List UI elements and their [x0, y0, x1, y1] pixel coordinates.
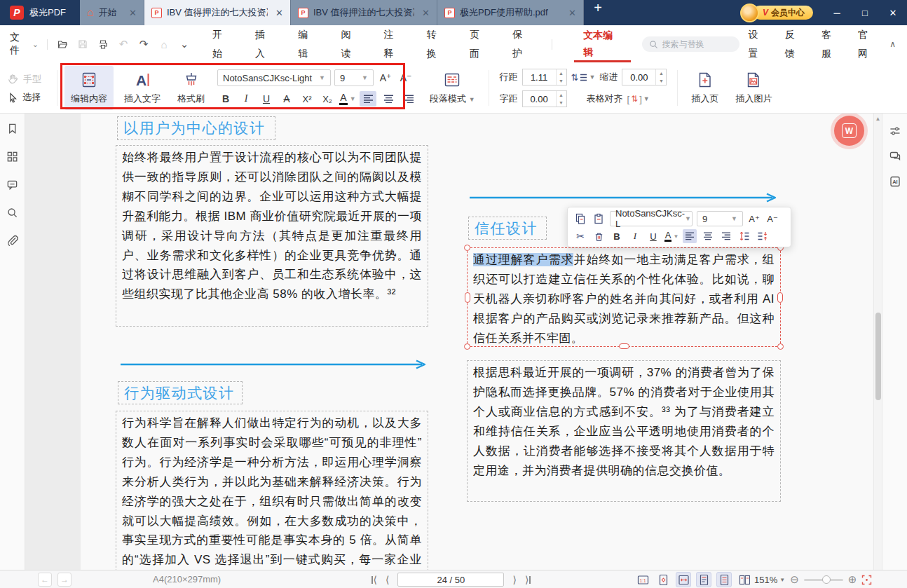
strikethrough-button[interactable]: A: [278, 91, 295, 107]
search-box[interactable]: [642, 36, 739, 52]
underline-button[interactable]: U: [258, 91, 275, 107]
page-number-input[interactable]: [397, 573, 504, 587]
align-right-button[interactable]: [400, 91, 417, 107]
menu-item-page[interactable]: 页面: [458, 25, 500, 63]
attachment-icon[interactable]: [6, 234, 19, 247]
properties-sliders-icon[interactable]: [889, 125, 901, 137]
insert-image-button[interactable]: 插入图片: [729, 66, 778, 110]
zoom-out-icon[interactable]: ⊖: [790, 573, 799, 586]
menu-item-start[interactable]: 开始: [200, 25, 243, 63]
fit-width-button[interactable]: [676, 572, 691, 587]
resize-handle-w[interactable]: [465, 292, 470, 303]
delete-icon[interactable]: [592, 229, 606, 243]
stepper[interactable]: ▲▼: [556, 69, 566, 85]
single-page-button[interactable]: [716, 572, 732, 587]
menu-item-feedback[interactable]: 反馈: [776, 25, 812, 63]
doc-heading-trust[interactable]: 信任设计: [468, 217, 547, 240]
save-icon[interactable]: [76, 38, 89, 50]
increase-line-spacing-icon[interactable]: [737, 229, 751, 243]
bold-button[interactable]: B: [217, 91, 234, 107]
zoom-slider[interactable]: [804, 579, 843, 581]
search-panel-icon[interactable]: [6, 206, 19, 219]
superscript-button[interactable]: X²: [299, 91, 315, 107]
paste-icon[interactable]: [592, 212, 606, 226]
undo-icon[interactable]: ↶: [117, 38, 130, 50]
mini-align-left-button[interactable]: [683, 229, 697, 243]
zoom-level-select[interactable]: 151%▼: [754, 575, 785, 585]
prev-page-button[interactable]: ⟨: [386, 574, 389, 585]
mini-align-center-button[interactable]: [701, 229, 715, 243]
cut-icon[interactable]: ✂: [573, 229, 587, 243]
menu-item-read[interactable]: 阅读: [329, 25, 371, 63]
select-tool[interactable]: 选择: [7, 91, 52, 104]
menu-item-text-edit-active[interactable]: 文本编辑: [574, 27, 630, 62]
stepper[interactable]: ▲▼: [556, 91, 566, 107]
last-page-button[interactable]: ⟩: [525, 574, 531, 585]
insert-text-button[interactable]: A 插入文字: [118, 66, 167, 110]
increase-font-button[interactable]: A⁺: [377, 70, 394, 86]
doc-paragraph-behavior[interactable]: 行为科学旨在解释人们做出特定行为的动机，以及大多数人在面对一系列事实时会采取哪些…: [116, 411, 428, 570]
collapse-ribbon-icon[interactable]: ∧: [885, 39, 907, 49]
menu-item-convert[interactable]: 转换: [415, 25, 458, 63]
resize-handle-sw[interactable]: [464, 343, 470, 350]
first-page-button[interactable]: ⟨: [371, 574, 377, 585]
paragraph-mode-button[interactable]: 段落模式 ▼: [423, 66, 482, 110]
tab-close-icon[interactable]: ✕: [422, 8, 430, 18]
mini-font-family-select[interactable]: NotoSansCJKsc-L ▼: [610, 211, 693, 226]
line-spacing-options-button[interactable]: ⇅▼: [571, 72, 596, 83]
mini-decrease-font-button[interactable]: A⁻: [765, 212, 779, 226]
tab-close-icon[interactable]: ✕: [275, 8, 283, 18]
tab-document-2[interactable]: P IBV 值得押注的七大投资决... ✕: [291, 0, 437, 25]
format-painter-button[interactable]: 格式刷: [171, 66, 211, 110]
doc-heading-user-centered[interactable]: 以用户为中心的设计: [117, 116, 275, 140]
user-avatar[interactable]: [740, 4, 759, 22]
resize-handle-se[interactable]: [777, 343, 784, 350]
bookmark-icon[interactable]: [6, 122, 19, 135]
pdf-to-word-float-button[interactable]: W: [834, 116, 864, 146]
print-icon[interactable]: [97, 38, 109, 50]
tab-document-1[interactable]: P IBV 值得押注的七大投资决... ✕: [144, 0, 291, 25]
search-input[interactable]: [662, 39, 732, 49]
insert-page-button[interactable]: 插入页: [685, 66, 725, 110]
italic-button[interactable]: I: [238, 91, 254, 107]
doc-paragraph-cisco[interactable]: 根据思科最近开展的一项调研，37% 的消费者曾为了保护隐私而选择更换品牌。57%…: [467, 360, 781, 502]
edit-content-button[interactable]: 编辑内容: [64, 66, 114, 110]
doc-paragraph-user-centered[interactable]: 始终将最终用户置于设计流程的核心可以为不同团队提供一致的指导原则，还可以消除团队…: [116, 145, 428, 327]
doc-textbox-trust-active[interactable]: 通过理解客户需求并始终如一地主动满足客户需求，组织还可以打造建立信任关系的个性化…: [467, 247, 781, 347]
scroll-up-icon[interactable]: ▲: [874, 114, 882, 122]
resize-handle-nw[interactable]: [464, 245, 470, 251]
view-forward-icon[interactable]: →: [57, 573, 71, 587]
mini-increase-font-button[interactable]: A⁺: [747, 212, 761, 226]
chat-feedback-icon[interactable]: [889, 150, 901, 163]
align-center-button[interactable]: [380, 91, 397, 107]
fit-screen-icon[interactable]: [861, 575, 872, 585]
mini-align-right-button[interactable]: [719, 229, 733, 243]
subscript-button[interactable]: X₂: [319, 91, 336, 107]
hand-tool[interactable]: 手型: [7, 73, 52, 86]
ai-assistant-icon[interactable]: AI: [889, 175, 901, 188]
tab-close-icon[interactable]: ✕: [568, 8, 576, 18]
tab-help[interactable]: P 极光PDF使用帮助.pdf ✕: [437, 0, 584, 25]
new-tab-button[interactable]: +: [584, 0, 612, 25]
stepper[interactable]: ▲▼: [655, 69, 666, 85]
align-left-button[interactable]: [360, 91, 376, 107]
font-family-select[interactable]: NotoSansCJKsc-Light ▼: [217, 69, 331, 86]
mini-bold-button[interactable]: B: [610, 229, 624, 243]
fit-page-button[interactable]: [655, 572, 671, 587]
comments-icon[interactable]: [6, 178, 19, 191]
mini-font-color-button[interactable]: A▼: [664, 229, 678, 243]
next-page-button[interactable]: ⟩: [512, 574, 516, 585]
scrollbar-thumb[interactable]: [875, 313, 881, 400]
menu-item-insert[interactable]: 插入: [243, 25, 286, 63]
two-page-button[interactable]: [737, 572, 752, 587]
char-spacing-input[interactable]: 0.00 ▲▼: [522, 90, 567, 107]
decrease-line-spacing-icon[interactable]: [756, 229, 770, 243]
tab-close-icon[interactable]: ✕: [129, 8, 137, 18]
menu-item-support[interactable]: 客服: [812, 25, 849, 63]
mini-italic-button[interactable]: I: [628, 229, 642, 243]
file-menu[interactable]: 文件 ⌄: [10, 32, 39, 57]
member-center[interactable]: V 会员中心: [740, 4, 813, 22]
selected-text[interactable]: 通过理解客户需求: [473, 253, 573, 266]
maximize-button[interactable]: □: [851, 0, 879, 25]
resize-handle-s[interactable]: [619, 343, 629, 349]
